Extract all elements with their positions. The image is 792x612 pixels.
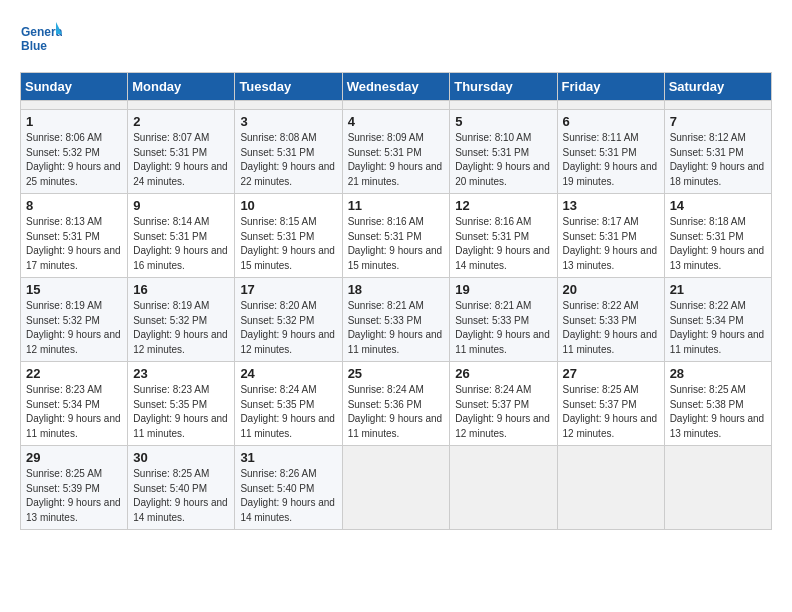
weekday-header-friday: Friday [557, 73, 664, 101]
day-number: 25 [348, 366, 445, 381]
calendar-cell: 2 Sunrise: 8:07 AMSunset: 5:31 PMDayligh… [128, 110, 235, 194]
cell-info: Sunrise: 8:22 AMSunset: 5:33 PMDaylight:… [563, 299, 659, 357]
weekday-header-monday: Monday [128, 73, 235, 101]
cell-info: Sunrise: 8:25 AMSunset: 5:39 PMDaylight:… [26, 467, 122, 525]
cell-info: Sunrise: 8:22 AMSunset: 5:34 PMDaylight:… [670, 299, 766, 357]
calendar-cell: 15 Sunrise: 8:19 AMSunset: 5:32 PMDaylig… [21, 278, 128, 362]
calendar-cell [664, 101, 771, 110]
cell-info: Sunrise: 8:07 AMSunset: 5:31 PMDaylight:… [133, 131, 229, 189]
page-header: General Blue [20, 20, 772, 62]
calendar-cell: 9 Sunrise: 8:14 AMSunset: 5:31 PMDayligh… [128, 194, 235, 278]
cell-info: Sunrise: 8:06 AMSunset: 5:32 PMDaylight:… [26, 131, 122, 189]
calendar-week-5: 22 Sunrise: 8:23 AMSunset: 5:34 PMDaylig… [21, 362, 772, 446]
day-number: 13 [563, 198, 659, 213]
cell-info: Sunrise: 8:24 AMSunset: 5:36 PMDaylight:… [348, 383, 445, 441]
calendar-cell: 30 Sunrise: 8:25 AMSunset: 5:40 PMDaylig… [128, 446, 235, 530]
cell-info: Sunrise: 8:24 AMSunset: 5:35 PMDaylight:… [240, 383, 336, 441]
calendar-cell: 26 Sunrise: 8:24 AMSunset: 5:37 PMDaylig… [450, 362, 557, 446]
day-number: 16 [133, 282, 229, 297]
day-number: 19 [455, 282, 551, 297]
weekday-header-thursday: Thursday [450, 73, 557, 101]
day-number: 12 [455, 198, 551, 213]
cell-info: Sunrise: 8:21 AMSunset: 5:33 PMDaylight:… [455, 299, 551, 357]
calendar-cell: 13 Sunrise: 8:17 AMSunset: 5:31 PMDaylig… [557, 194, 664, 278]
cell-info: Sunrise: 8:20 AMSunset: 5:32 PMDaylight:… [240, 299, 336, 357]
calendar-week-3: 8 Sunrise: 8:13 AMSunset: 5:31 PMDayligh… [21, 194, 772, 278]
day-number: 31 [240, 450, 336, 465]
day-number: 28 [670, 366, 766, 381]
calendar-cell: 7 Sunrise: 8:12 AMSunset: 5:31 PMDayligh… [664, 110, 771, 194]
cell-info: Sunrise: 8:19 AMSunset: 5:32 PMDaylight:… [26, 299, 122, 357]
calendar-cell: 29 Sunrise: 8:25 AMSunset: 5:39 PMDaylig… [21, 446, 128, 530]
cell-info: Sunrise: 8:26 AMSunset: 5:40 PMDaylight:… [240, 467, 336, 525]
cell-info: Sunrise: 8:25 AMSunset: 5:38 PMDaylight:… [670, 383, 766, 441]
day-number: 26 [455, 366, 551, 381]
weekday-header-sunday: Sunday [21, 73, 128, 101]
calendar-cell: 20 Sunrise: 8:22 AMSunset: 5:33 PMDaylig… [557, 278, 664, 362]
day-number: 5 [455, 114, 551, 129]
day-number: 4 [348, 114, 445, 129]
cell-info: Sunrise: 8:25 AMSunset: 5:37 PMDaylight:… [563, 383, 659, 441]
cell-info: Sunrise: 8:14 AMSunset: 5:31 PMDaylight:… [133, 215, 229, 273]
calendar-cell [342, 101, 450, 110]
svg-text:General: General [21, 25, 62, 39]
day-number: 14 [670, 198, 766, 213]
calendar-cell: 12 Sunrise: 8:16 AMSunset: 5:31 PMDaylig… [450, 194, 557, 278]
cell-info: Sunrise: 8:09 AMSunset: 5:31 PMDaylight:… [348, 131, 445, 189]
calendar-cell: 27 Sunrise: 8:25 AMSunset: 5:37 PMDaylig… [557, 362, 664, 446]
day-number: 7 [670, 114, 766, 129]
cell-info: Sunrise: 8:24 AMSunset: 5:37 PMDaylight:… [455, 383, 551, 441]
day-number: 11 [348, 198, 445, 213]
day-number: 18 [348, 282, 445, 297]
calendar-cell [342, 446, 450, 530]
logo-svg: General Blue [20, 20, 62, 62]
weekday-header-saturday: Saturday [664, 73, 771, 101]
calendar-cell: 23 Sunrise: 8:23 AMSunset: 5:35 PMDaylig… [128, 362, 235, 446]
calendar-cell: 19 Sunrise: 8:21 AMSunset: 5:33 PMDaylig… [450, 278, 557, 362]
calendar-cell: 14 Sunrise: 8:18 AMSunset: 5:31 PMDaylig… [664, 194, 771, 278]
calendar-week-4: 15 Sunrise: 8:19 AMSunset: 5:32 PMDaylig… [21, 278, 772, 362]
day-number: 24 [240, 366, 336, 381]
weekday-header-wednesday: Wednesday [342, 73, 450, 101]
cell-info: Sunrise: 8:23 AMSunset: 5:34 PMDaylight:… [26, 383, 122, 441]
calendar-cell [235, 101, 342, 110]
cell-info: Sunrise: 8:25 AMSunset: 5:40 PMDaylight:… [133, 467, 229, 525]
cell-info: Sunrise: 8:15 AMSunset: 5:31 PMDaylight:… [240, 215, 336, 273]
cell-info: Sunrise: 8:16 AMSunset: 5:31 PMDaylight:… [455, 215, 551, 273]
calendar-cell: 18 Sunrise: 8:21 AMSunset: 5:33 PMDaylig… [342, 278, 450, 362]
calendar-cell [450, 101, 557, 110]
cell-info: Sunrise: 8:10 AMSunset: 5:31 PMDaylight:… [455, 131, 551, 189]
cell-info: Sunrise: 8:16 AMSunset: 5:31 PMDaylight:… [348, 215, 445, 273]
calendar-cell: 17 Sunrise: 8:20 AMSunset: 5:32 PMDaylig… [235, 278, 342, 362]
day-number: 15 [26, 282, 122, 297]
calendar-cell [664, 446, 771, 530]
logo-graphic: General Blue [20, 20, 62, 62]
day-number: 1 [26, 114, 122, 129]
cell-info: Sunrise: 8:13 AMSunset: 5:31 PMDaylight:… [26, 215, 122, 273]
calendar-cell: 5 Sunrise: 8:10 AMSunset: 5:31 PMDayligh… [450, 110, 557, 194]
calendar-table: SundayMondayTuesdayWednesdayThursdayFrid… [20, 72, 772, 530]
calendar-cell: 1 Sunrise: 8:06 AMSunset: 5:32 PMDayligh… [21, 110, 128, 194]
day-number: 9 [133, 198, 229, 213]
day-number: 8 [26, 198, 122, 213]
calendar-cell: 11 Sunrise: 8:16 AMSunset: 5:31 PMDaylig… [342, 194, 450, 278]
calendar-cell: 16 Sunrise: 8:19 AMSunset: 5:32 PMDaylig… [128, 278, 235, 362]
calendar-cell: 22 Sunrise: 8:23 AMSunset: 5:34 PMDaylig… [21, 362, 128, 446]
day-number: 3 [240, 114, 336, 129]
cell-info: Sunrise: 8:08 AMSunset: 5:31 PMDaylight:… [240, 131, 336, 189]
calendar-cell: 24 Sunrise: 8:24 AMSunset: 5:35 PMDaylig… [235, 362, 342, 446]
calendar-week-1 [21, 101, 772, 110]
day-number: 20 [563, 282, 659, 297]
calendar-cell [450, 446, 557, 530]
calendar-cell: 21 Sunrise: 8:22 AMSunset: 5:34 PMDaylig… [664, 278, 771, 362]
calendar-cell [128, 101, 235, 110]
calendar-cell: 28 Sunrise: 8:25 AMSunset: 5:38 PMDaylig… [664, 362, 771, 446]
calendar-week-2: 1 Sunrise: 8:06 AMSunset: 5:32 PMDayligh… [21, 110, 772, 194]
logo: General Blue [20, 20, 62, 62]
day-number: 21 [670, 282, 766, 297]
calendar-cell: 10 Sunrise: 8:15 AMSunset: 5:31 PMDaylig… [235, 194, 342, 278]
cell-info: Sunrise: 8:23 AMSunset: 5:35 PMDaylight:… [133, 383, 229, 441]
cell-info: Sunrise: 8:17 AMSunset: 5:31 PMDaylight:… [563, 215, 659, 273]
weekday-header-tuesday: Tuesday [235, 73, 342, 101]
cell-info: Sunrise: 8:12 AMSunset: 5:31 PMDaylight:… [670, 131, 766, 189]
